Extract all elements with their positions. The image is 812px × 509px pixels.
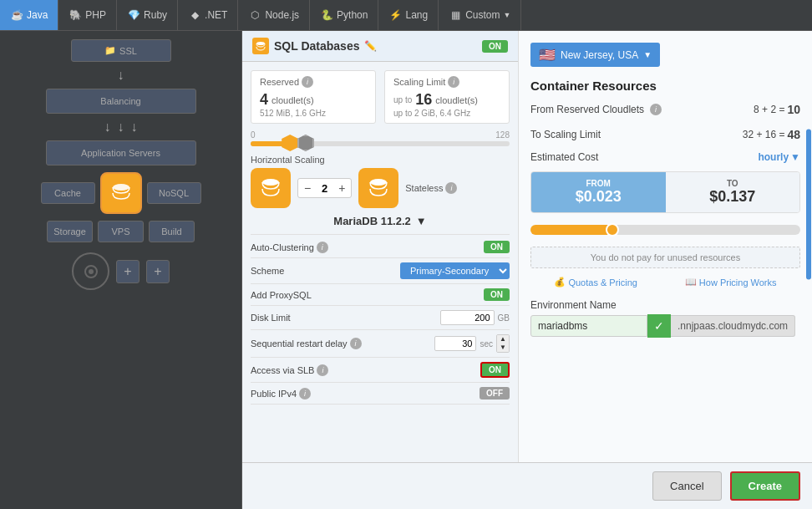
middle-panel: SQL Databases ✏️ ON Reserved i [242, 31, 518, 509]
access-slb-toggle[interactable]: ON [480, 362, 510, 378]
from-cloudlets-info[interactable]: i [650, 104, 662, 115]
panel-header: SQL Databases ✏️ ON [242, 31, 518, 62]
node-row: Cache NoSQL [8, 172, 233, 214]
build-button[interactable]: Build [149, 221, 195, 242]
access-slb-row: Access via SLB i ON [251, 358, 510, 383]
env-name-row: ✓ .nnjpaas.cloudmydc.com [530, 314, 800, 338]
stateless-label: Stateless i [405, 182, 457, 194]
disk-limit-input[interactable] [440, 310, 495, 325]
access-slb-info-icon[interactable]: i [317, 364, 328, 376]
tab-python[interactable]: 🐍 Python [310, 0, 378, 30]
from-price-box: FROM $0.023 [531, 172, 666, 212]
from-label: FROM [541, 179, 656, 188]
down-arrow-1: ↓ [118, 69, 124, 82]
scheme-select[interactable]: Primary-Secondary [400, 262, 510, 279]
balancing-button[interactable]: Balancing [46, 89, 196, 114]
db-small-icon [252, 38, 269, 54]
resources-row: Reserved i 4 cloudlet(s) 512 MiB, 1.6 GH… [251, 70, 510, 124]
auto-clustering-info-icon[interactable]: i [317, 242, 328, 253]
seq-restart-info-icon[interactable]: i [350, 338, 362, 349]
svg-point-3 [256, 42, 265, 45]
hourly-dropdown[interactable]: hourly ▼ [758, 151, 800, 163]
tab-ruby[interactable]: 💎 Ruby [117, 0, 178, 30]
stateless-info-icon[interactable]: i [445, 182, 457, 194]
count-decrement[interactable]: − [298, 179, 317, 197]
tab-custom[interactable]: ▦ Custom ▼ [439, 0, 521, 30]
ssl-button[interactable]: 📁 SSL [71, 39, 171, 62]
count-increment[interactable]: + [332, 179, 351, 197]
spinner-down[interactable]: ▼ [497, 344, 509, 352]
add-button-1[interactable]: + [116, 260, 140, 283]
tab-golang[interactable]: ⚡ Lang [378, 0, 439, 30]
edit-icon[interactable]: ✏️ [364, 40, 377, 52]
scaling-box: Scaling Limit i up to 16 cloudlet(s) up … [384, 70, 510, 124]
reserved-sub: 512 MiB, 1.6 GHz [260, 109, 367, 118]
vps-button[interactable]: VPS [98, 221, 144, 242]
cancel-button[interactable]: Cancel [652, 471, 721, 501]
proxysql-toggle[interactable]: ON [484, 288, 510, 301]
down-arrow-2: ↓ [104, 120, 111, 134]
php-icon: 🐘 [69, 8, 82, 22]
db-badge-left [251, 168, 291, 208]
db-name-label: MariaDB 11.2.2 [333, 215, 411, 227]
how-pricing-link[interactable]: 📖 How Pricing Works [685, 277, 777, 288]
env-name-input[interactable] [530, 315, 647, 337]
container-resources-title: Container Resources [530, 79, 800, 93]
count-value: 2 [317, 182, 332, 195]
scaling-sub: up to 2 GiB, 6.4 GHz [393, 109, 500, 118]
seq-restart-input[interactable] [434, 336, 476, 351]
disk-unit-label: GB [498, 313, 510, 323]
env-domain: .nnjpaas.cloudmydc.com [671, 315, 795, 337]
to-scaling-total: 48 [787, 128, 800, 141]
spinner-up[interactable]: ▲ [497, 335, 509, 344]
region-dropdown-arrow: ▼ [643, 50, 652, 59]
public-ipv4-info-icon[interactable]: i [299, 388, 311, 400]
scaling-unit: cloudlet(s) [435, 95, 478, 105]
seq-restart-spinner[interactable]: ▲ ▼ [496, 334, 510, 353]
db-main-icon [100, 172, 142, 214]
quotas-pricing-link[interactable]: 💰 Quotas & Pricing [554, 277, 637, 288]
pricing-links: 💰 Quotas & Pricing 📖 How Pricing Works [530, 277, 800, 288]
cost-slider[interactable] [530, 225, 800, 235]
main-toggle[interactable]: ON [482, 40, 508, 53]
cloudlets-slider[interactable]: 0 128 [251, 130, 510, 146]
tab-java[interactable]: ☕ Java [0, 0, 58, 30]
storage-button[interactable]: Storage [47, 221, 93, 242]
python-icon: 🐍 [320, 8, 333, 22]
svg-point-5 [262, 179, 279, 186]
mariadb-selector[interactable]: MariaDB 11.2.2 ▼ [251, 215, 510, 227]
env-name-check[interactable]: ✓ [647, 314, 671, 338]
app-servers-button[interactable]: Application Servers [46, 140, 196, 165]
tab-php[interactable]: 🐘 PHP [58, 0, 117, 30]
db-badge-right [358, 168, 398, 208]
tab-nodejs[interactable]: ⬡ Node.js [238, 0, 310, 30]
tab-net[interactable]: ◆ .NET [178, 0, 238, 30]
book-icon: 📖 [685, 277, 697, 288]
hourly-arrow: ▼ [790, 151, 800, 163]
no-pay-note: You do not pay for unused resources [530, 247, 800, 268]
reserved-info-icon[interactable]: i [302, 76, 313, 88]
estimated-cost-row: Estimated Cost hourly ▼ [530, 151, 800, 163]
disk-limit-row: Disk Limit GB [251, 306, 510, 330]
custom-dropdown-arrow: ▼ [504, 11, 511, 19]
create-button[interactable]: Create [730, 471, 800, 501]
h-scaling-controls: − 2 + Stateless i [251, 168, 510, 208]
scaling-info-icon[interactable]: i [448, 76, 459, 88]
auto-clustering-toggle[interactable]: ON [484, 241, 510, 253]
to-scaling-label: To Scaling Limit [530, 129, 601, 140]
region-selector[interactable]: 🇺🇸 New Jersey, USA ▼ [530, 43, 660, 67]
add-button-2[interactable]: + [146, 260, 170, 283]
nosql-button[interactable]: NoSQL [147, 182, 201, 204]
tab-bar: ☕ Java 🐘 PHP 💎 Ruby ◆ .NET ⬡ Node.js 🐍 P… [0, 0, 812, 31]
cache-button[interactable]: Cache [41, 182, 95, 204]
extra-icon-1[interactable] [72, 252, 109, 290]
price-boxes: FROM $0.023 TO $0.137 [530, 171, 800, 213]
ruby-icon: 💎 [127, 8, 140, 22]
node-count-control: − 2 + [297, 178, 352, 198]
public-ipv4-toggle[interactable]: OFF [480, 387, 510, 400]
db-dropdown-arrow: ▼ [416, 215, 427, 227]
scheme-row: Scheme Primary-Secondary [251, 258, 510, 284]
from-cloudlets-label: From Reserved Cloudlets [530, 104, 644, 115]
seq-restart-unit: sec [480, 339, 493, 349]
to-price-box: TO $0.137 [666, 172, 800, 212]
